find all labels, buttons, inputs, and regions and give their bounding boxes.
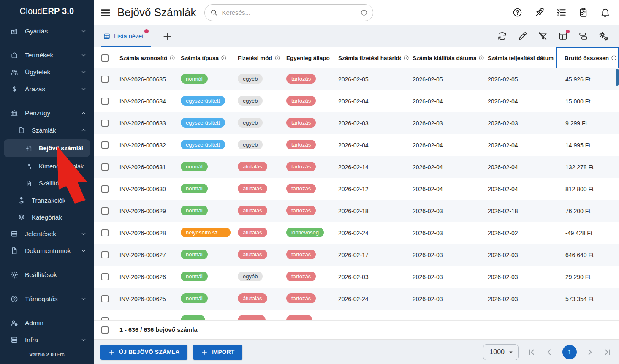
search-input[interactable] (204, 4, 373, 21)
info-icon[interactable] (221, 55, 227, 61)
search-info-icon[interactable] (360, 9, 368, 16)
checklist-icon[interactable] (556, 7, 567, 18)
cell-balance-status: kintlévőség (283, 228, 335, 239)
info-icon[interactable] (274, 55, 280, 61)
cell-fulfillment-date: 2026-02-03 (484, 274, 556, 280)
column-header-6[interactable]: Számla kiállítás dátuma (409, 47, 484, 68)
tab-lista-nezet[interactable]: Lista nézet (101, 25, 154, 47)
sidebar-item-kimeno-szamlak[interactable]: Kimenő számlák (0, 158, 94, 175)
add-tab-button[interactable] (162, 31, 173, 42)
table-row[interactable]: INV-2026-000628helyesbítő szá…átutaláski… (94, 222, 619, 244)
table-row[interactable]: INV-2026-000633egyszerűsítettegyébtartoz… (94, 112, 619, 134)
sidebar-item-beallitasok[interactable]: Beállítások (0, 266, 94, 283)
sidebar-item-penzugy[interactable]: Pénzügy (0, 105, 94, 122)
next-page-button[interactable] (585, 348, 595, 357)
clipboard-icon[interactable] (578, 7, 589, 18)
info-icon[interactable] (478, 55, 484, 61)
sidebar-item-szallitolevelek[interactable]: Szállítólevelek (0, 175, 94, 192)
table-row[interactable]: INV-2026-000632egyszerűsítettegyébtartoz… (94, 134, 619, 156)
row-checkbox[interactable] (101, 185, 109, 193)
column-header-5[interactable]: Számla fizetési határidő (335, 47, 409, 68)
badge-tartozás: tartozás (286, 184, 316, 193)
column-header-3[interactable]: Fizetési mód (234, 47, 283, 68)
badge-átutalás: átutalás (238, 293, 267, 303)
table-row[interactable]: INV-2026-000627normálátutalástartozás202… (94, 244, 619, 266)
sidebar-item-bejovo-szamlak[interactable]: Bejövő számlák (4, 139, 90, 157)
info-icon[interactable] (611, 55, 617, 61)
table-row[interactable]: INV-2026-000630normálátutalástartozás202… (94, 178, 619, 200)
import-button[interactable]: IMPORT (193, 345, 242, 360)
help-icon[interactable] (512, 7, 523, 18)
select-all-checkbox[interactable] (101, 326, 109, 334)
columns-tool-button[interactable] (558, 31, 568, 41)
sidebar-item-infra[interactable]: Infra (0, 331, 94, 345)
table-row[interactable]: INV-2026-000634egyszerűsítettegyébtartoz… (94, 90, 619, 112)
current-page-indicator[interactable]: 1 (562, 345, 577, 359)
hamburger-menu-icon[interactable] (100, 7, 111, 19)
sidebar-divider (8, 287, 85, 287)
row-checkbox[interactable] (101, 251, 109, 258)
row-checkbox[interactable] (101, 295, 109, 302)
new-incoming-invoice-button[interactable]: ÚJ BEJÖVŐ SZÁMLA (100, 345, 187, 360)
column-header-1[interactable]: Számla azonosító (116, 47, 177, 68)
badge-átutalás: átutalás (238, 184, 267, 193)
badge-normál: normál (181, 206, 208, 215)
cell-invoice-id: INV-2026-000635 (116, 76, 177, 83)
table-toolbar (497, 31, 609, 41)
refresh-tool-button[interactable] (497, 31, 508, 41)
pencil-tool-button[interactable] (517, 31, 528, 41)
row-checkbox[interactable] (101, 98, 109, 105)
table-row[interactable]: INV-2026-000625normálátutalástartozás202… (94, 288, 619, 310)
column-label: Bruttó összesen (565, 55, 609, 61)
last-page-button[interactable] (603, 348, 612, 357)
filter-tool-button[interactable] (538, 31, 548, 41)
row-checkbox[interactable] (101, 273, 109, 280)
column-label: Fizetési mód (238, 55, 272, 61)
row-checkbox[interactable] (101, 76, 109, 83)
badge-helyesbítő szá…: helyesbítő szá… (181, 228, 231, 237)
select-all-checkbox[interactable] (101, 54, 109, 62)
app-root: CloudERP 3.0 GyártásTermékekÜgyfelekÁraz… (0, 0, 619, 364)
file-icon (10, 247, 19, 255)
rocket-icon[interactable] (534, 7, 545, 18)
column-header-8[interactable]: Bruttó összesen (556, 47, 619, 68)
sidebar-item-tamogatas[interactable]: Támogatás (0, 291, 94, 307)
vertical-scrollbar-thumb[interactable] (616, 69, 619, 86)
row-checkbox[interactable] (101, 120, 109, 127)
sidebar-item-ugyfelek[interactable]: Ügyfelek (0, 64, 94, 81)
row-checkbox[interactable] (101, 141, 109, 149)
sidebar-item-gyartas[interactable]: Gyártás (0, 23, 94, 40)
bell-icon[interactable] (600, 7, 611, 18)
table-row[interactable]: INV-2026-000631normálátutalástartozás202… (94, 156, 619, 178)
rows-tool-button[interactable] (578, 31, 589, 41)
sidebar-item-arazas[interactable]: Árazás (0, 81, 94, 98)
chevron-down-icon (80, 52, 87, 59)
cell-due-date: 2026-02-18 (335, 208, 409, 215)
row-checkbox[interactable] (101, 207, 109, 215)
first-page-button[interactable] (527, 348, 536, 357)
sidebar-item-admin[interactable]: Admin (0, 315, 94, 331)
sidebar-item-tranzakciok[interactable]: Tranzakciók (0, 192, 94, 209)
sidebar-item-termekek[interactable]: Termékek (0, 47, 94, 64)
column-header-7[interactable]: Számla teljesítési dátum (484, 47, 556, 68)
sidebar-item-label: Ügyfelek (25, 68, 50, 76)
row-checkbox[interactable] (101, 229, 109, 236)
table-row[interactable]: INV-2026-000629normálátutalástartozás202… (94, 200, 619, 222)
sidebar-item-dokumentumok[interactable]: Dokumentumok (0, 242, 94, 259)
tab-separator (155, 31, 155, 42)
table-row[interactable]: INV-2026-000635normálegyébtartozás2026-0… (94, 68, 619, 90)
info-icon[interactable] (169, 55, 175, 61)
previous-page-button[interactable] (545, 348, 554, 357)
column-header-2[interactable]: Számla típusa (177, 47, 234, 68)
cell-balance-status: tartozás (283, 272, 335, 283)
info-icon[interactable] (403, 55, 409, 61)
row-checkbox[interactable] (101, 317, 109, 320)
gears-tool-button[interactable] (598, 31, 609, 41)
page-size-select[interactable]: 1000 (483, 344, 519, 360)
column-header-4[interactable]: Egyenleg állapo (283, 47, 335, 68)
sidebar-item-szamlak[interactable]: Számlák (0, 122, 94, 139)
row-checkbox[interactable] (101, 163, 109, 171)
table-row[interactable]: INV-2026-000626normálegyébtartozás2026-0… (94, 266, 619, 288)
sidebar-item-kategoriak[interactable]: Kategóriák (0, 209, 94, 225)
sidebar-item-jelentesek[interactable]: Jelentések (0, 225, 94, 242)
